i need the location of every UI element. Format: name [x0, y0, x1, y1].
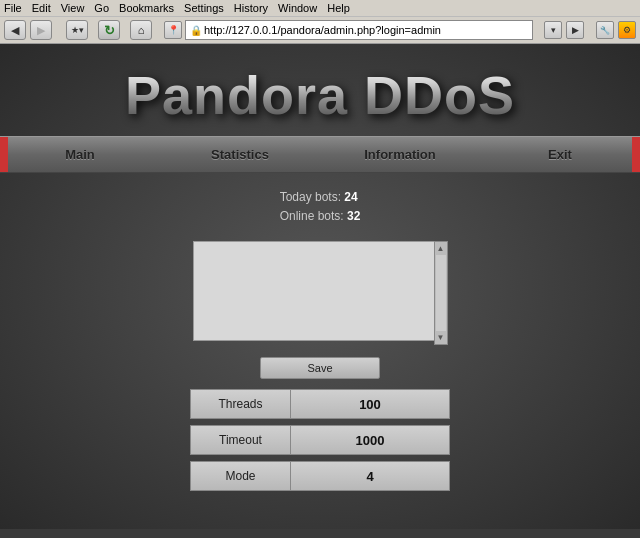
address-text: http://127.0.0.1/pandora/admin.php?login… — [204, 24, 441, 36]
menu-help[interactable]: Help — [327, 2, 350, 14]
setting-value-threads[interactable]: 100 — [290, 389, 450, 419]
scroll-track — [436, 255, 446, 331]
settings-icon[interactable]: ⚙ — [618, 21, 636, 39]
online-bots-row: Online bots: 32 — [280, 207, 361, 226]
nav-item-information[interactable]: Information — [320, 137, 480, 172]
go-button[interactable]: ▶ — [566, 21, 584, 39]
setting-label-mode: Mode — [190, 461, 290, 491]
setting-label-threads: Threads — [190, 389, 290, 419]
today-bots-label: Today bots: — [280, 190, 341, 204]
logo-area: Pandora DDoS — [0, 44, 640, 136]
menu-settings[interactable]: Settings — [184, 2, 224, 14]
textarea-scrollbar[interactable]: ▲ ▼ — [434, 241, 448, 345]
nav-menu: Main Statistics Information Exit — [0, 136, 640, 173]
menu-window[interactable]: Window — [278, 2, 317, 14]
settings-row-mode: Mode4 — [190, 461, 450, 491]
extensions-icon: 🔧 — [596, 21, 614, 39]
bookmarks-dropdown-button[interactable]: ★▾ — [66, 20, 88, 40]
forward-button[interactable]: ▶ — [30, 20, 52, 40]
lock-icon: 🔒 — [190, 25, 202, 36]
nav-item-main[interactable]: Main — [0, 137, 160, 172]
online-bots-value: 32 — [347, 209, 360, 223]
bot-stats: Today bots: 24 Online bots: 32 — [280, 188, 361, 226]
main-content: Today bots: 24 Online bots: 32 ▲ ▼ Save … — [0, 173, 640, 512]
online-bots-label: Online bots: — [280, 209, 344, 223]
nav-item-statistics[interactable]: Statistics — [160, 137, 320, 172]
scroll-up-arrow[interactable]: ▲ — [435, 242, 447, 255]
save-button[interactable]: Save — [260, 357, 380, 379]
browser-chrome: File Edit View Go Bookmarks Settings His… — [0, 0, 640, 44]
menu-edit[interactable]: Edit — [32, 2, 51, 14]
textarea-container: ▲ ▼ — [193, 241, 448, 345]
setting-value-mode[interactable]: 4 — [290, 461, 450, 491]
menu-history[interactable]: History — [234, 2, 268, 14]
logo-text: Pandora DDoS — [125, 64, 515, 126]
today-bots-value: 24 — [344, 190, 357, 204]
nav-item-exit[interactable]: Exit — [480, 137, 640, 172]
page-content: Pandora DDoS Main Statistics Information… — [0, 44, 640, 529]
toolbar: ◀ ▶ ★▾ ↻ ⌂ 📍 🔒 http://127.0.0.1/pandora/… — [0, 16, 640, 43]
setting-value-timeout[interactable]: 1000 — [290, 425, 450, 455]
settings-row-threads: Threads100 — [190, 389, 450, 419]
menu-file[interactable]: File — [4, 2, 22, 14]
setting-label-timeout: Timeout — [190, 425, 290, 455]
command-textarea[interactable] — [193, 241, 448, 341]
menu-go[interactable]: Go — [94, 2, 109, 14]
address-bar-container: 📍 🔒 http://127.0.0.1/pandora/admin.php?l… — [164, 20, 533, 40]
menu-bookmarks[interactable]: Bookmarks — [119, 2, 174, 14]
home-button[interactable]: ⌂ — [130, 20, 152, 40]
menu-bar: File Edit View Go Bookmarks Settings His… — [0, 0, 640, 16]
menu-view[interactable]: View — [61, 2, 85, 14]
settings-row-timeout: Timeout1000 — [190, 425, 450, 455]
scroll-down-arrow[interactable]: ▼ — [435, 331, 447, 344]
search-icon: ▾ — [544, 21, 562, 39]
reload-button[interactable]: ↻ — [98, 20, 120, 40]
location-icon: 📍 — [164, 21, 182, 39]
today-bots-row: Today bots: 24 — [280, 188, 361, 207]
address-bar[interactable]: 🔒 http://127.0.0.1/pandora/admin.php?log… — [185, 20, 533, 40]
back-button[interactable]: ◀ — [4, 20, 26, 40]
settings-container: Threads100Timeout1000Mode4 — [190, 389, 450, 497]
